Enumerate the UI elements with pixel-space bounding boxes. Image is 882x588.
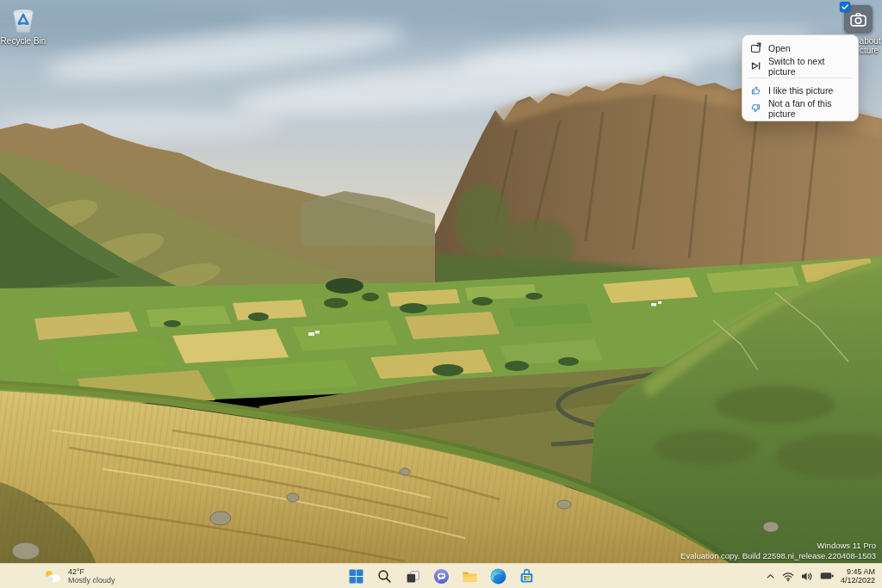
recycle-bin-label: Recycle Bin (1, 36, 47, 46)
search-button[interactable] (374, 566, 394, 586)
selected-checkbox-icon[interactable] (840, 2, 850, 12)
volume-icon[interactable] (801, 571, 813, 582)
chat-button[interactable] (431, 566, 451, 586)
watermark-build: Evaluation copy. Build 22598.ni_release.… (680, 551, 876, 561)
chat-icon (433, 568, 450, 585)
store-icon (519, 568, 535, 585)
spotlight-context-menu: Open Switch to next picture I like this … (742, 34, 859, 121)
menu-separator (748, 77, 853, 78)
thumbs-up-icon (750, 84, 761, 96)
taskbar-app-icons (345, 564, 537, 588)
edge-button[interactable] (488, 566, 508, 586)
task-view-button[interactable] (402, 566, 423, 586)
hidden-icons-chevron[interactable] (766, 572, 775, 581)
tray-date: 4/12/2022 (841, 576, 875, 585)
camera-icon (849, 10, 867, 28)
edge-icon (490, 568, 506, 585)
wifi-icon[interactable] (782, 571, 794, 582)
file-explorer-button[interactable] (459, 566, 480, 586)
windows-start-icon (349, 569, 363, 584)
skip-next-icon (750, 60, 761, 71)
clock[interactable]: 9:45 AM 4/12/2022 (841, 567, 875, 585)
widgets-weather-button[interactable]: 42°F Mostly cloudy (38, 564, 121, 588)
desktop-icon-recycle-bin[interactable]: Recycle Bin (0, 5, 56, 46)
store-button[interactable] (516, 566, 537, 586)
menu-item-like-picture[interactable]: I like this picture (745, 81, 855, 99)
menu-item-open[interactable]: Open (745, 39, 855, 57)
menu-item-label: Not a fan of this picture (768, 98, 850, 119)
menu-item-label: Open (768, 43, 791, 53)
spotlight-camera-tile (843, 4, 873, 34)
battery-icon[interactable] (820, 572, 834, 580)
start-button[interactable] (345, 566, 366, 586)
menu-item-label: Switch to next picture (768, 56, 850, 77)
tray-time: 9:45 AM (841, 567, 875, 577)
search-icon (377, 569, 392, 584)
menu-item-label: I like this picture (768, 85, 833, 96)
menu-item-not-fan-picture[interactable]: Not a fan of this picture (745, 99, 855, 117)
file-explorer-icon (462, 568, 478, 585)
weather-cloudy-icon (43, 569, 62, 584)
desktop: Recycle Bin Learn about this picture Win… (0, 0, 882, 588)
open-icon (750, 42, 761, 53)
system-tray: 9:45 AM 4/12/2022 (766, 564, 875, 588)
evaluation-watermark: Windows 11 Pro Evaluation copy. Build 22… (680, 541, 876, 561)
menu-item-switch-next-picture[interactable]: Switch to next picture (745, 57, 855, 75)
watermark-edition: Windows 11 Pro (680, 541, 876, 551)
weather-temperature: 42°F (68, 567, 115, 576)
recycle-bin-icon (9, 5, 38, 34)
weather-condition: Mostly cloudy (68, 576, 115, 585)
task-view-icon (406, 569, 420, 584)
thumbs-down-icon (750, 102, 761, 114)
taskbar: 42°F Mostly cloudy (0, 563, 882, 588)
